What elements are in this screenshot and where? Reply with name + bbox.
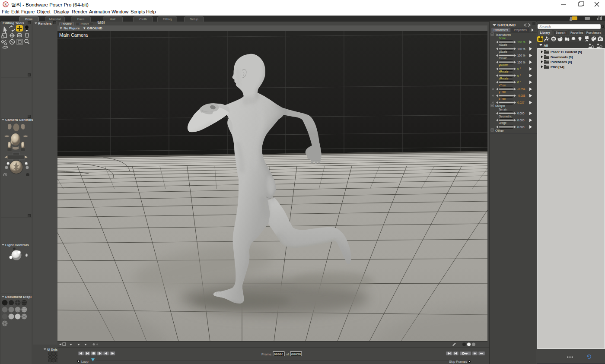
svg-text:Transform: Transform — [495, 33, 511, 37]
svg-text:Geometric: Geometric — [499, 115, 512, 118]
svg-text:100 %: 100 % — [517, 54, 525, 57]
svg-text:Poser 11 Content [5]: Poser 11 Content [5] — [551, 50, 582, 54]
svg-text:zScale: zScale — [499, 57, 507, 60]
svg-text:xTran: xTran — [499, 84, 506, 87]
svg-text:0 °: 0 ° — [517, 74, 521, 77]
svg-text:Loop: Loop — [81, 360, 89, 364]
svg-text:0.000: 0.000 — [517, 112, 525, 115]
svg-text:Skip Frames: Skip Frames — [449, 360, 467, 364]
svg-text:zTran: zTran — [499, 97, 506, 100]
svg-text:Ledge: Ledge — [499, 121, 506, 125]
svg-text:0 °: 0 ° — [517, 67, 521, 70]
svg-text:of: of — [286, 352, 289, 356]
svg-text:Search: Search — [556, 31, 566, 34]
svg-text:0.000: 0.000 — [517, 119, 525, 122]
svg-text:yTran: yTran — [499, 90, 506, 94]
svg-text:All: All — [544, 44, 548, 47]
svg-text:yScale: yScale — [499, 50, 507, 54]
svg-text:Favorites: Favorites — [570, 31, 583, 34]
svg-text:PRO [14]: PRO [14] — [551, 65, 564, 69]
svg-text:Purchases: Purchases — [586, 31, 602, 34]
svg-text:xScale: xScale — [499, 43, 507, 46]
svg-text:100 %: 100 % — [517, 47, 525, 51]
svg-text:100 %: 100 % — [517, 61, 525, 64]
svg-text:yRotate: yRotate — [499, 63, 509, 67]
svg-text:0.027: 0.027 — [517, 101, 525, 104]
svg-text:Downloads [0]: Downloads [0] — [551, 55, 573, 59]
svg-text:Scale: Scale — [499, 37, 506, 40]
svg-text:Main Camera: Main Camera — [59, 32, 88, 38]
svg-text:xRotate: xRotate — [499, 70, 509, 73]
svg-text:Search: Search — [539, 25, 551, 29]
svg-text:0 °: 0 ° — [517, 81, 521, 84]
svg-text:R: R — [4, 3, 7, 6]
svg-text:00030: 00030 — [291, 353, 301, 356]
svg-text:zRotate: zRotate — [499, 77, 509, 80]
svg-text:Purchases [0]: Purchases [0] — [551, 60, 572, 64]
svg-text:Properties: Properties — [514, 28, 527, 32]
svg-text:Other: Other — [495, 129, 504, 133]
svg-text:Library: Library — [540, 31, 550, 35]
svg-text:GROUND: GROUND — [497, 22, 516, 27]
svg-text:Terrain: Terrain — [499, 108, 507, 111]
svg-text:Frame:: Frame: — [261, 352, 272, 356]
svg-text:-0.054: -0.054 — [517, 88, 525, 91]
svg-text:Morph: Morph — [495, 104, 505, 108]
svg-text:0.000: 0.000 — [517, 126, 525, 129]
svg-text:-0.088: -0.088 — [517, 94, 525, 97]
svg-text:00001: 00001 — [274, 353, 284, 356]
svg-text:Parameters: Parameters — [494, 28, 508, 32]
svg-text:100 %: 100 % — [517, 41, 525, 44]
